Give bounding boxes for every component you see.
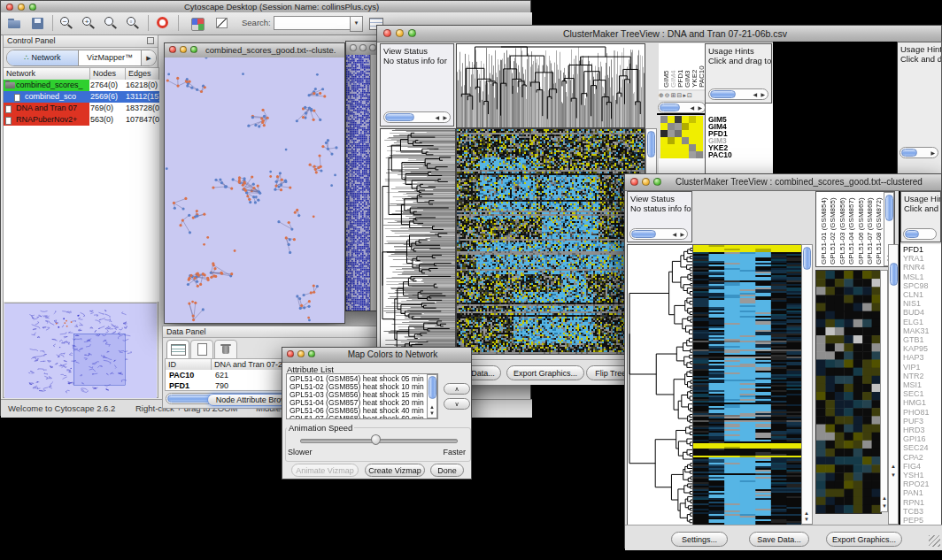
- network-view-titlebar[interactable]: combined_scores_good.txt--cluste...: [165, 43, 344, 58]
- zoom-out-icon[interactable]: −: [58, 15, 75, 33]
- gene-label[interactable]: HMG1: [903, 398, 930, 407]
- gene-label[interactable]: HAP3: [903, 353, 930, 362]
- table-view-icon[interactable]: [166, 340, 189, 359]
- zoom-hscrollbar[interactable]: ◀▶: [658, 102, 706, 113]
- gene-label-vscrollbar[interactable]: ▲▼: [888, 244, 899, 525]
- gene-label[interactable]: PUF3: [903, 417, 930, 426]
- zoom-window-icon[interactable]: [190, 46, 197, 53]
- tab-vizmapper[interactable]: VizMapper™: [79, 50, 141, 65]
- network-view-window[interactable]: combined_scores_good.txt--cluste...: [164, 42, 345, 324]
- network-name-cell[interactable]: combined_scores_: [4, 80, 89, 91]
- network-name-cell[interactable]: DNA and Tran 07: [4, 103, 89, 114]
- zoom-heatmap-canvas[interactable]: [660, 116, 703, 158]
- gene-label[interactable]: RNR4: [903, 263, 930, 272]
- network-canvas[interactable]: [165, 58, 344, 323]
- close-icon[interactable]: [287, 350, 294, 357]
- view-status-hscrollbar[interactable]: ◀▶: [629, 228, 688, 240]
- network-table-row[interactable]: combined_sco2569(6)13112(15): [4, 91, 159, 103]
- gene-label[interactable]: GPI16: [903, 434, 930, 443]
- zoom-control-icons[interactable]: ⊕⊖⊞⊟▸⊡: [659, 91, 705, 100]
- treeview1-titlebar[interactable]: ClusterMaker TreeView : DNA and Tran 07-…: [377, 26, 941, 42]
- minimize-icon[interactable]: [359, 44, 367, 51]
- close-icon[interactable]: [350, 44, 357, 51]
- network-name-cell[interactable]: combined_sco: [4, 91, 89, 103]
- gene-label[interactable]: YSH1: [903, 471, 930, 479]
- search-dropdown-button[interactable]: ▼: [350, 16, 363, 32]
- gene-label[interactable]: KAP95: [903, 344, 930, 353]
- export-graphics-button[interactable]: Export Graphics...: [506, 365, 584, 380]
- background-network-window[interactable]: [345, 41, 377, 311]
- usage-hints-hscrollbar[interactable]: [903, 228, 937, 240]
- gene-label[interactable]: CPA2: [903, 453, 930, 462]
- minimize-icon[interactable]: [180, 46, 187, 53]
- gene-label[interactable]: TCB3: [903, 507, 930, 516]
- settings-button[interactable]: Settings...: [671, 532, 728, 547]
- view-status-hscrollbar[interactable]: ◀▶: [383, 111, 451, 123]
- network-name-cell[interactable]: RNAPuberNov2+: [4, 114, 89, 126]
- usage-hints-hscrollbar[interactable]: ◀▶: [708, 88, 768, 100]
- close-icon[interactable]: [630, 178, 638, 186]
- zoom-in-icon[interactable]: +: [80, 15, 97, 33]
- network-table-row[interactable]: RNAPuberNov2+563(0)107847(0): [4, 114, 159, 126]
- gene-label[interactable]: SPC98: [903, 281, 930, 290]
- gene-label[interactable]: PEP5: [903, 516, 930, 525]
- gene-label[interactable]: MSI1: [903, 380, 930, 389]
- gene-label[interactable]: PAN1: [903, 488, 930, 497]
- move-up-button[interactable]: ∧: [444, 383, 470, 395]
- close-icon[interactable]: [6, 4, 13, 11]
- cytoscape-titlebar[interactable]: Cytoscape Desktop (Session Name: collins…: [1, 1, 530, 13]
- scrollbar-thumb[interactable]: [385, 113, 414, 121]
- move-down-button[interactable]: ∨: [444, 398, 470, 410]
- minimize-icon[interactable]: [297, 350, 305, 357]
- treeview2-window[interactable]: ClusterMaker TreeView : combined_scores_…: [624, 173, 942, 548]
- background-network-titlebar[interactable]: [346, 42, 376, 56]
- array-dendrogram-canvas[interactable]: [456, 43, 645, 128]
- gene-label[interactable]: GTB1: [903, 335, 930, 344]
- scrollbar-thumb[interactable]: [901, 149, 917, 157]
- new-attribute-icon[interactable]: [190, 340, 213, 359]
- zoom-window-icon[interactable]: [308, 350, 315, 357]
- help-lifering-icon[interactable]: [155, 15, 173, 33]
- attribute-list-vscrollbar[interactable]: ▲▼: [427, 374, 437, 418]
- gene-label[interactable]: ELG1: [903, 318, 930, 326]
- row-label[interactable]: PAC10: [708, 151, 732, 158]
- tab-network[interactable]: ∴ Network: [7, 50, 79, 65]
- column-label[interactable]: PAC10: [698, 45, 705, 88]
- network-table-row[interactable]: DNA and Tran 07769(0)183728(0): [4, 103, 159, 114]
- dense-network-canvas[interactable]: [346, 55, 370, 311]
- minimize-icon[interactable]: [396, 29, 404, 37]
- column-header-id[interactable]: ID: [166, 359, 212, 370]
- heatmap-vscrollb ar[interactable]: ▲▼: [801, 244, 813, 525]
- gene-label[interactable]: PHO81: [903, 408, 930, 417]
- float-panel-icon[interactable]: [147, 37, 154, 44]
- gene-label[interactable]: SEC1: [903, 389, 930, 398]
- global-heatmap-canvas[interactable]: [692, 244, 803, 526]
- dialog-titlebar[interactable]: Map Colors to Network: [282, 348, 471, 363]
- attribute-list-item[interactable]: GPL51-07 (GSM868) heat shock 60 min: [288, 415, 424, 419]
- close-icon[interactable]: [383, 29, 391, 37]
- gene-label[interactable]: NTR2: [903, 372, 930, 380]
- minimize-icon[interactable]: [18, 4, 25, 11]
- gene-label[interactable]: YRA1: [903, 254, 930, 263]
- close-icon[interactable]: [169, 46, 176, 53]
- gene-label[interactable]: RPN1: [903, 498, 930, 507]
- delete-attribute-icon[interactable]: [214, 340, 237, 359]
- scrollbar-thumb[interactable]: [647, 131, 655, 157]
- scrollbar-thumb[interactable]: [710, 90, 736, 98]
- column-header-edges[interactable]: Edges: [126, 68, 159, 80]
- gene-label[interactable]: CLN1: [903, 290, 930, 299]
- annotation-icon[interactable]: [213, 15, 231, 33]
- scrollbar-thumb[interactable]: [885, 195, 893, 221]
- zoom-window-icon[interactable]: [369, 44, 376, 51]
- save-data-button[interactable]: Save Data...: [749, 532, 809, 547]
- done-button[interactable]: Done: [430, 464, 464, 477]
- gene-label[interactable]: PFD1: [903, 245, 930, 254]
- gene-label[interactable]: HRD3: [903, 426, 930, 434]
- treeview2-titlebar[interactable]: ClusterMaker TreeView : combined_scores_…: [625, 174, 941, 191]
- save-icon[interactable]: [29, 15, 47, 33]
- gene-label[interactable]: VIP1: [903, 363, 930, 372]
- gene-label[interactable]: SEC24: [903, 443, 930, 452]
- export-graphics-button[interactable]: Export Graphics...: [826, 532, 902, 547]
- zoom-heatmap-canvas[interactable]: [815, 270, 882, 514]
- network-overview-canvas[interactable]: [4, 303, 157, 398]
